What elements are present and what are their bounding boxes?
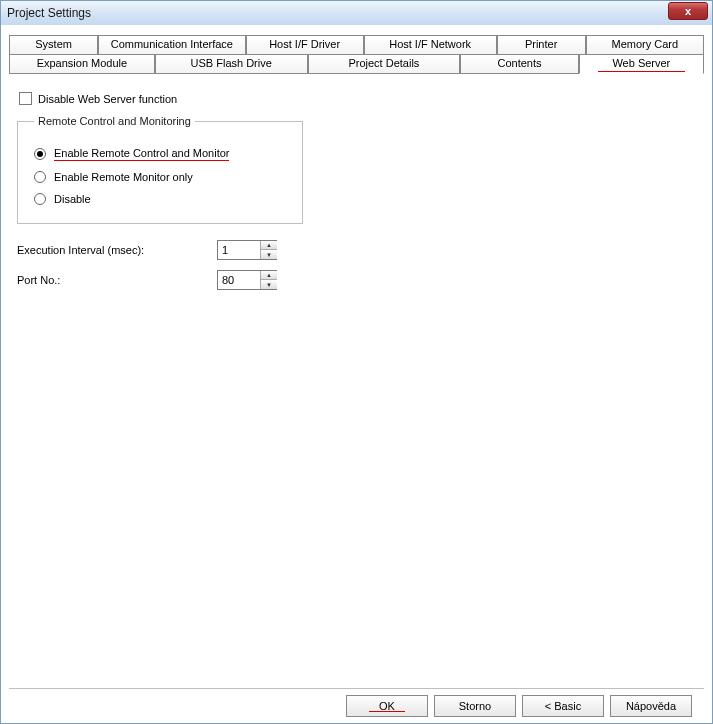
close-icon: x xyxy=(685,5,691,17)
execution-interval-spinbox[interactable]: ▲ ▼ xyxy=(217,240,277,260)
radio-enable-control-monitor[interactable]: Enable Remote Control and Monitor xyxy=(34,147,286,161)
disable-web-server-checkbox[interactable] xyxy=(19,92,32,105)
dialog-footer: OK Storno < Basic Nápověda xyxy=(9,688,704,723)
port-no-row: Port No.: ▲ ▼ xyxy=(17,270,696,290)
radio-enable-monitor-only[interactable]: Enable Remote Monitor only xyxy=(34,171,286,183)
storno-button[interactable]: Storno xyxy=(434,695,516,717)
tab-row-2: Expansion Module USB Flash Drive Project… xyxy=(9,54,704,74)
tab-system[interactable]: System xyxy=(9,35,98,55)
titlebar: Project Settings x xyxy=(1,1,712,25)
basic-button[interactable]: < Basic xyxy=(522,695,604,717)
web-server-panel: Disable Web Server function Remote Contr… xyxy=(9,84,704,688)
radio-enable-control-monitor-input[interactable] xyxy=(34,148,46,160)
spin-buttons: ▲ ▼ xyxy=(260,241,277,259)
tab-communication-interface[interactable]: Communication Interface xyxy=(98,35,245,55)
ok-button[interactable]: OK xyxy=(346,695,428,717)
chevron-up-icon: ▲ xyxy=(266,242,272,248)
spin-buttons: ▲ ▼ xyxy=(260,271,277,289)
close-button[interactable]: x xyxy=(668,2,708,20)
chevron-down-icon: ▼ xyxy=(266,252,272,258)
execution-interval-input[interactable] xyxy=(218,241,260,259)
spin-down-button[interactable]: ▼ xyxy=(261,250,277,259)
tab-web-server[interactable]: Web Server xyxy=(579,54,704,74)
port-no-input[interactable] xyxy=(218,271,260,289)
execution-interval-label: Execution Interval (msec): xyxy=(17,244,217,256)
tab-strip: System Communication Interface Host I/F … xyxy=(9,35,704,74)
tab-memory-card[interactable]: Memory Card xyxy=(586,35,704,55)
remote-control-group: Remote Control and Monitoring Enable Rem… xyxy=(17,115,303,224)
spin-down-button[interactable]: ▼ xyxy=(261,280,277,289)
disable-web-server-label: Disable Web Server function xyxy=(38,93,177,105)
tab-row-1: System Communication Interface Host I/F … xyxy=(9,35,704,55)
disable-web-server-row[interactable]: Disable Web Server function xyxy=(19,92,696,105)
tab-host-if-network[interactable]: Host I/F Network xyxy=(364,35,497,55)
spin-up-button[interactable]: ▲ xyxy=(261,241,277,250)
tab-host-if-driver[interactable]: Host I/F Driver xyxy=(246,35,364,55)
radio-enable-monitor-only-input[interactable] xyxy=(34,171,46,183)
radio-disable[interactable]: Disable xyxy=(34,193,286,205)
spin-up-button[interactable]: ▲ xyxy=(261,271,277,280)
tab-contents[interactable]: Contents xyxy=(460,54,578,74)
radio-enable-monitor-only-label: Enable Remote Monitor only xyxy=(54,171,193,183)
window: Project Settings x System Communication … xyxy=(0,0,713,724)
remote-control-legend: Remote Control and Monitoring xyxy=(34,115,195,127)
tab-usb-flash-drive[interactable]: USB Flash Drive xyxy=(155,54,308,74)
chevron-down-icon: ▼ xyxy=(266,282,272,288)
port-no-spinbox[interactable]: ▲ ▼ xyxy=(217,270,277,290)
help-button[interactable]: Nápověda xyxy=(610,695,692,717)
chevron-up-icon: ▲ xyxy=(266,272,272,278)
window-title: Project Settings xyxy=(7,6,91,20)
port-no-label: Port No.: xyxy=(17,274,217,286)
radio-disable-input[interactable] xyxy=(34,193,46,205)
tab-printer[interactable]: Printer xyxy=(497,35,586,55)
tab-project-details[interactable]: Project Details xyxy=(308,54,461,74)
execution-interval-row: Execution Interval (msec): ▲ ▼ xyxy=(17,240,696,260)
radio-enable-control-monitor-label: Enable Remote Control and Monitor xyxy=(54,147,229,161)
dialog-content: System Communication Interface Host I/F … xyxy=(1,25,712,723)
radio-disable-label: Disable xyxy=(54,193,91,205)
tab-expansion-module[interactable]: Expansion Module xyxy=(9,54,155,74)
